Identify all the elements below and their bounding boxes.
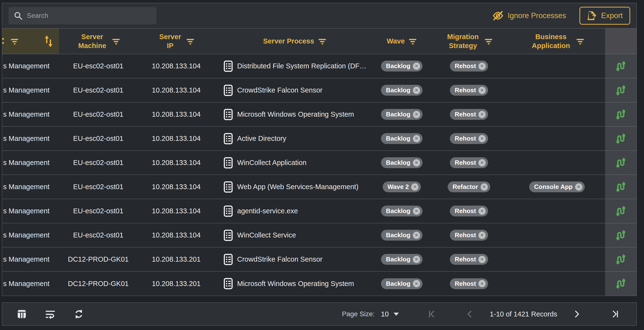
chip-remove-icon[interactable]: ✕ [478, 62, 486, 70]
cell-connections [605, 175, 636, 199]
chip-remove-icon[interactable]: ✕ [413, 159, 420, 166]
filter-icon[interactable] [318, 38, 326, 45]
strategy-chip: Rehost✕ [450, 133, 488, 144]
filter-icon[interactable] [10, 38, 18, 45]
header-cell-server-machine[interactable]: Server Machine [59, 28, 138, 54]
connections-icon[interactable] [615, 157, 626, 168]
cell-server-process: CrowdStrike Falcon Sensor [215, 78, 374, 102]
chip-remove-icon[interactable]: ✕ [478, 111, 486, 118]
chip-remove-icon[interactable]: ✕ [413, 87, 420, 94]
chip-label: Backlog [386, 159, 410, 166]
wave-chip: Backlog✕ [381, 109, 422, 120]
wave-chip: Backlog✕ [381, 133, 422, 144]
cell-server-process: WinCollect Application [215, 151, 374, 175]
wave-chip: Wave 2✕ [383, 181, 421, 192]
filter-icon[interactable] [484, 38, 493, 45]
first-page-icon[interactable] [428, 310, 436, 318]
filter-icon[interactable] [408, 38, 417, 45]
pager-controls: 1-10 of 1421 Records [428, 310, 619, 318]
column-label: Server Process [263, 37, 314, 45]
connections-icon[interactable] [615, 61, 626, 72]
table-row: s Management DC12-PROD-GK01 10.208.133.2… [2, 272, 636, 296]
search-box[interactable] [8, 7, 156, 24]
next-page-icon[interactable] [573, 310, 581, 318]
cell-business-application [509, 223, 605, 247]
sort-icon[interactable] [44, 35, 54, 47]
chip-label: Backlog [386, 111, 410, 118]
chip-remove-icon[interactable]: ✕ [480, 183, 488, 191]
table-row: s Management EU-esc02-ost01 10.208.133.1… [2, 54, 636, 78]
connections-icon[interactable] [615, 85, 626, 96]
connections-icon[interactable] [615, 133, 626, 144]
chip-remove-icon[interactable]: ✕ [413, 62, 420, 70]
last-page-icon[interactable] [611, 310, 619, 318]
header-cell-server-ip[interactable]: Server IP [138, 28, 215, 54]
chip-remove-icon[interactable]: ✕ [478, 280, 486, 287]
cell-server-process: Web App (Web Services-Management) [215, 175, 374, 199]
filter-icon[interactable] [186, 38, 194, 45]
header-cell-app-sorted[interactable] [2, 28, 59, 54]
connections-icon[interactable] [615, 278, 626, 289]
cell-application: s Management [2, 272, 59, 296]
chip-remove-icon[interactable]: ✕ [478, 87, 486, 94]
cell-migration-strategy: Rehost✕ [429, 199, 509, 223]
strategy-chip: Rehost✕ [450, 254, 488, 265]
cell-business-application [509, 127, 605, 150]
cell-server-machine: DC12-PROD-GK01 [59, 247, 138, 271]
filter-icon[interactable] [576, 38, 584, 45]
column-settings-icon[interactable] [16, 309, 27, 320]
connections-icon[interactable] [615, 230, 626, 241]
chip-remove-icon[interactable]: ✕ [413, 208, 420, 215]
chip-label: Backlog [386, 86, 410, 94]
header-cell-server-process[interactable]: Server Process [215, 28, 374, 54]
chip-remove-icon[interactable]: ✕ [478, 208, 486, 215]
chip-remove-icon[interactable]: ✕ [478, 256, 486, 263]
cell-business-application [509, 272, 605, 296]
process-list-icon [224, 181, 233, 193]
cell-application: s Management [2, 102, 59, 126]
ignore-processes-button[interactable]: Ignore Processes [492, 10, 566, 21]
wave-chip: Backlog✕ [381, 254, 422, 265]
previous-page-icon[interactable] [466, 310, 474, 318]
connections-icon[interactable] [615, 181, 626, 193]
process-list-icon [224, 157, 233, 169]
cell-connections [605, 272, 636, 296]
header-cell-connections [605, 28, 636, 54]
connections-icon[interactable] [615, 254, 626, 265]
header-cell-wave[interactable]: Wave [374, 28, 429, 54]
cell-server-process: Microsoft Windows Operating System [215, 102, 374, 126]
chip-label: Backlog [386, 135, 410, 142]
chip-remove-icon[interactable]: ✕ [575, 183, 582, 191]
connections-icon[interactable] [615, 206, 626, 217]
wave-chip: Backlog✕ [381, 278, 422, 289]
chip-label: Rehost [455, 86, 476, 94]
process-name: Microsoft Windows Operating System [237, 280, 354, 288]
header-cell-migration-strategy[interactable]: Migration Strategy [429, 28, 509, 54]
chip-remove-icon[interactable]: ✕ [413, 232, 420, 239]
chip-remove-icon[interactable]: ✕ [413, 111, 420, 118]
cell-migration-strategy: Rehost✕ [429, 102, 509, 126]
chip-remove-icon[interactable]: ✕ [478, 135, 486, 142]
cell-connections [605, 127, 636, 150]
page-size-caret-icon[interactable] [394, 313, 399, 316]
chip-label: Rehost [455, 207, 476, 215]
wave-chip: Backlog✕ [381, 61, 422, 71]
refresh-icon[interactable] [73, 309, 84, 320]
chip-remove-icon[interactable]: ✕ [411, 183, 418, 191]
chip-label: Rehost [455, 111, 476, 118]
filter-icon[interactable] [112, 38, 120, 45]
toolbar-actions: Ignore Processes Export [492, 7, 630, 25]
chip-remove-icon[interactable]: ✕ [478, 232, 486, 239]
search-input[interactable] [27, 12, 151, 19]
chip-remove-icon[interactable]: ✕ [413, 135, 420, 142]
header-cell-business-application[interactable]: Business Application [509, 28, 605, 54]
cell-connections [605, 151, 636, 175]
wave-chip: Backlog✕ [381, 85, 422, 96]
chip-remove-icon[interactable]: ✕ [413, 256, 420, 263]
connections-icon[interactable] [615, 109, 626, 120]
wrap-text-icon[interactable] [45, 309, 56, 320]
chip-remove-icon[interactable]: ✕ [478, 159, 486, 166]
page-size-value[interactable]: 10 [381, 310, 389, 318]
chip-remove-icon[interactable]: ✕ [413, 280, 420, 287]
export-button[interactable]: Export [580, 7, 630, 25]
